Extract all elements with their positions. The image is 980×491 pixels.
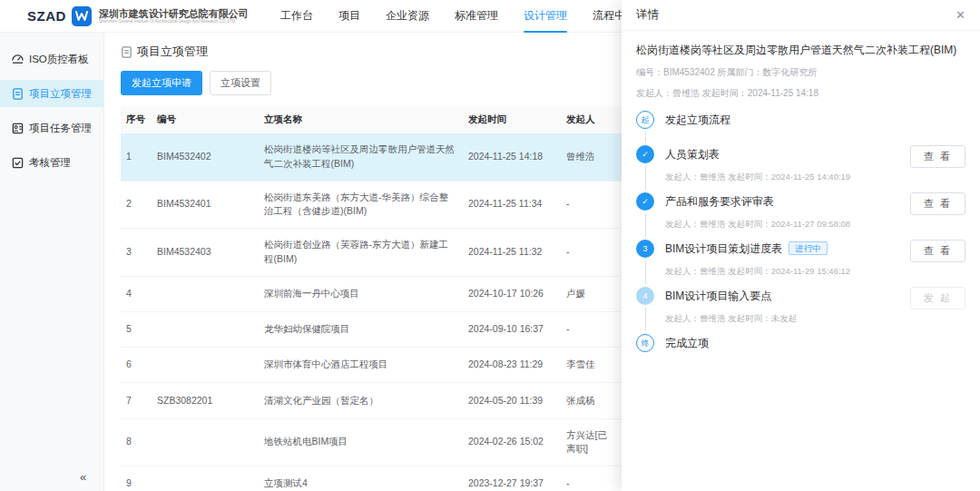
timeline-step-start: 起 发起立项流程 <box>636 111 965 145</box>
timeline-step-product-service-review: ✓ 产品和服务要求评审表 查 看 发起人：曾维浩 发起时间：2024-11-27… <box>636 192 965 240</box>
dashboard-icon <box>12 54 24 65</box>
cell-initiator: 曾维浩 <box>561 133 617 181</box>
col-start-time: 发起时间 <box>463 106 561 133</box>
document-icon <box>121 46 132 58</box>
step-sub-info: 发起人：曾维浩 发起时间：2024-11-27 09:58:08 <box>665 219 965 231</box>
cell-code: SZB3082201 <box>152 383 259 418</box>
detail-drawer: 详情 ✕ 松岗街道楼岗等社区及周边零散用户管道天然气二次补装工程(BIM) 编号… <box>622 0 980 491</box>
step-sub-info: 发起人：曾维浩 发起时间：2024-11-25 14:40:19 <box>665 172 965 183</box>
cell-time: 2024-08-23 11:29 <box>463 348 561 383</box>
page-title-text: 项目立项管理 <box>137 44 208 60</box>
cell-serial: 7 <box>121 383 152 418</box>
detail-meta-initiator-time: 发起人：曾维浩 发起时间：2024-11-25 14:18 <box>636 87 965 100</box>
create-initiation-button[interactable]: 发起立项申请 <box>121 71 202 95</box>
task-icon <box>12 123 24 134</box>
in-progress-badge: 进行中 <box>789 241 828 255</box>
sidebar-item-assessment[interactable]: 考核管理 <box>0 149 103 176</box>
cell-initiator: 张成杨 <box>561 383 617 418</box>
step-label: 发起立项流程 <box>665 111 730 129</box>
step-label: 完成立项 <box>665 334 709 352</box>
company-name: 深圳市建筑设计研究总院有限公司 <box>99 8 251 19</box>
cell-initiator: - <box>561 229 617 277</box>
cell-name: 立项测试4 <box>259 466 463 491</box>
col-initiator: 发起人 <box>561 106 617 133</box>
cell-initiator: 卢媛 <box>561 276 617 311</box>
initiation-timeline: 起 发起立项流程 ✓ 人员策划表 查 看 发起人：曾维浩 发起时 <box>636 111 965 361</box>
timeline-step-bim-input-points: 4 BIM设计项目输入要点 发 起 发起人：曾维浩 发起时间：未发起 <box>636 287 965 334</box>
initiation-settings-button[interactable]: 立项设置 <box>210 71 271 95</box>
cell-initiator: 李雪佳 <box>561 348 617 383</box>
cell-serial: 9 <box>121 466 152 491</box>
timeline-connector <box>645 166 646 190</box>
company-logo: SZAD 深圳市建筑设计研究总院有限公司 Shenzhen General In… <box>27 6 251 26</box>
timeline-connector <box>645 213 646 237</box>
cell-initiator: - <box>561 181 617 229</box>
timeline-connector <box>645 308 646 331</box>
cell-name: 深圳市体育中心酒店工程项目 <box>259 348 463 383</box>
cell-name: 松岗街道创业路（芙蓉路-东方大道）新建工程(BIM) <box>259 229 463 277</box>
nav-item-standard-mgmt[interactable]: 标准管理 <box>442 0 511 33</box>
sidebar-collapse-icon[interactable]: « <box>80 470 86 484</box>
nav-item-project[interactable]: 项目 <box>326 0 373 33</box>
sidebar-item-project-tasks[interactable]: 项目任务管理 <box>0 114 103 142</box>
initiate-button[interactable]: 发 起 <box>910 287 965 309</box>
step-end-node: 终 <box>636 334 654 352</box>
cell-code: BIM4532403 <box>152 229 259 277</box>
timeline-step-end: 终 完成立项 <box>636 334 965 361</box>
cell-code <box>152 311 259 347</box>
cell-serial: 2 <box>121 181 152 229</box>
logo-icon <box>72 6 92 26</box>
cell-name: 深圳前海一丹中心项目 <box>259 276 463 311</box>
cell-time: 2023-12-27 19:37 <box>463 466 561 491</box>
cell-serial: 1 <box>121 133 152 181</box>
timeline-connector <box>645 132 646 142</box>
col-serial: 序号 <box>121 106 152 133</box>
sidebar-item-label: 项目任务管理 <box>29 122 92 135</box>
view-button[interactable]: 查 看 <box>910 240 965 262</box>
cell-code <box>152 276 259 311</box>
cell-serial: 8 <box>121 418 152 466</box>
cell-name: 龙华妇幼保健院项目 <box>259 311 463 347</box>
timeline-step-bim-schedule: 3 BIM设计项目策划进度表进行中 查 看 发起人：曾维浩 发起时间：2024-… <box>636 240 965 287</box>
nav-item-design-mgmt[interactable]: 设计管理 <box>511 0 580 33</box>
step-number-node: 3 <box>636 240 654 258</box>
sidebar-item-iso-board[interactable]: ISO质控看板 <box>0 45 103 73</box>
cell-name: 地铁站机电BIM项目 <box>259 418 463 466</box>
cell-code <box>152 348 259 383</box>
check-square-icon <box>12 157 24 169</box>
close-icon[interactable]: ✕ <box>956 8 965 22</box>
cell-initiator: 方兴达[已离职] <box>561 418 617 466</box>
cell-time: 2024-05-20 11:39 <box>463 383 561 418</box>
cell-time: 2024-11-25 14:18 <box>463 133 561 181</box>
detail-project-name: 松岗街道楼岗等社区及周边零散用户管道天然气二次补装工程(BIM) <box>636 42 965 58</box>
step-number-node: 4 <box>636 287 654 305</box>
step-label: BIM设计项目输入要点 <box>665 287 771 305</box>
cell-serial: 3 <box>121 229 152 277</box>
sidebar: ISO质控看板 项目立项管理 项目任务管理 考核管理 « <box>0 33 104 491</box>
timeline-connector <box>645 260 646 284</box>
cell-time: 2024-11-25 11:32 <box>463 229 561 277</box>
detail-meta-code-dept: 编号：BIM4532402 所属部门：数字化研究所 <box>636 66 965 79</box>
company-name-en: Shenzhen General Institute Of Architectu… <box>99 19 236 24</box>
document-icon <box>12 88 24 100</box>
sidebar-item-label: ISO质控看板 <box>29 53 89 66</box>
cell-time: 2024-09-10 16:37 <box>463 311 561 347</box>
sidebar-item-label: 考核管理 <box>29 156 71 170</box>
cell-name: 清湖文化产业园（暂定名） <box>259 383 463 418</box>
nav-item-enterprise-resource[interactable]: 企业资源 <box>373 0 442 33</box>
cell-time: 2024-11-25 11:34 <box>463 181 561 229</box>
cell-serial: 4 <box>121 276 152 311</box>
cell-code: BIM4532401 <box>152 181 259 229</box>
step-done-check-icon: ✓ <box>636 192 654 211</box>
sidebar-item-project-initiation[interactable]: 项目立项管理 <box>0 80 103 107</box>
view-button[interactable]: 查 看 <box>910 192 965 215</box>
cell-name: 松岗街道楼岗等社区及周边零散用户管道天然气二次补装工程(BIM) <box>259 133 463 181</box>
step-label: 产品和服务要求评审表 <box>665 192 774 211</box>
cell-time: 2024-02-26 15:02 <box>463 418 561 466</box>
nav-item-workbench[interactable]: 工作台 <box>268 0 326 33</box>
view-button[interactable]: 查 看 <box>910 145 965 168</box>
step-start-node: 起 <box>636 111 654 129</box>
drawer-title: 详情 <box>636 7 659 23</box>
cell-initiator: - <box>561 311 617 347</box>
cell-code <box>152 466 259 491</box>
